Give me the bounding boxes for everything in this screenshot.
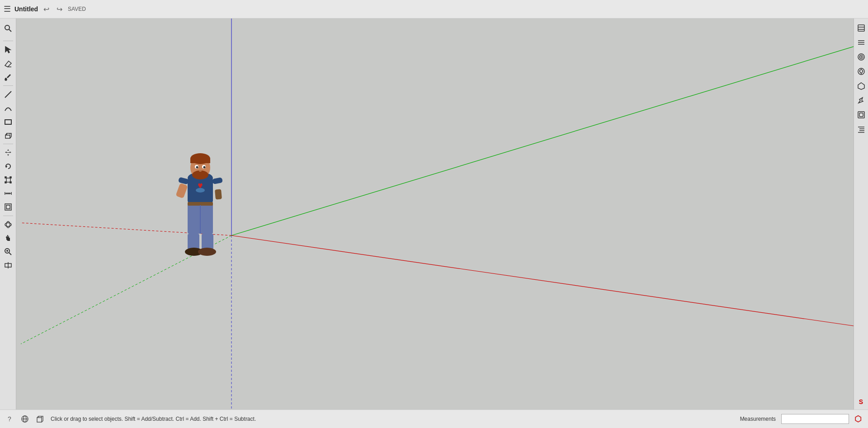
- right-toolbar: S: [854, 19, 868, 409]
- svg-marker-2: [5, 47, 10, 53]
- svg-rect-41: [190, 159, 210, 163]
- svg-rect-48: [178, 177, 189, 184]
- svg-rect-50: [212, 177, 223, 184]
- components-button[interactable]: [855, 66, 867, 77]
- svg-rect-51: [215, 189, 222, 199]
- line-tool-button[interactable]: [2, 88, 14, 101]
- svg-point-46: [203, 166, 206, 169]
- svg-line-33: [231, 235, 854, 326]
- svg-line-24: [9, 253, 11, 255]
- svg-rect-49: [175, 183, 188, 198]
- viewport[interactable]: [16, 19, 854, 409]
- pan-tool-button[interactable]: [2, 232, 14, 245]
- zoom-tool-button[interactable]: [2, 245, 14, 258]
- rectangle-tool-button[interactable]: [2, 115, 14, 128]
- paint-bucket-tool-button[interactable]: [2, 71, 14, 83]
- redo-button[interactable]: ↪: [55, 4, 64, 14]
- svg-line-4: [5, 91, 11, 98]
- orbit-tool-button[interactable]: [2, 218, 14, 231]
- svg-rect-6: [5, 135, 10, 138]
- svg-rect-53: [188, 202, 213, 206]
- axes-canvas: [16, 19, 854, 409]
- svg-point-21: [5, 223, 11, 226]
- hamburger-menu-icon[interactable]: ☰: [4, 4, 11, 14]
- sketchup-logo-button[interactable]: S: [855, 396, 867, 408]
- svg-rect-11: [5, 182, 6, 183]
- svg-rect-10: [10, 177, 11, 178]
- scale-tool-button[interactable]: [2, 174, 14, 186]
- tape-measure-tool-button[interactable]: [2, 187, 14, 200]
- arc-tool-button[interactable]: [2, 102, 14, 114]
- entity-info-button[interactable]: [855, 94, 867, 106]
- scenes-button[interactable]: [855, 109, 867, 121]
- svg-rect-9: [5, 177, 6, 178]
- push-pull-tool-button[interactable]: [2, 129, 14, 141]
- svg-rect-55: [188, 234, 199, 249]
- svg-rect-5: [5, 120, 11, 124]
- titlebar: ☰ Untitled ↩ ↪ SAVED: [0, 0, 868, 19]
- statusbar: ? Click or drag to select objects. Shift…: [0, 409, 868, 428]
- measurements-input[interactable]: [781, 414, 849, 424]
- svg-rect-70: [858, 112, 864, 118]
- saved-badge: SAVED: [68, 6, 86, 12]
- styles-button[interactable]: [855, 51, 867, 63]
- sketchup-brand-icon: ⬡: [854, 414, 863, 424]
- toolbar-divider-4: [3, 216, 13, 216]
- geo-location-icon[interactable]: [20, 414, 30, 424]
- svg-point-37: [196, 188, 205, 193]
- svg-rect-79: [37, 418, 42, 422]
- svg-rect-20: [6, 205, 10, 209]
- svg-point-67: [861, 56, 862, 57]
- toolbar-divider-3: [3, 144, 13, 144]
- svg-rect-59: [858, 25, 864, 31]
- outliner-button[interactable]: [855, 123, 867, 135]
- move-tool-button[interactable]: [2, 146, 14, 159]
- svg-point-22: [6, 221, 10, 228]
- svg-point-47: [199, 170, 202, 172]
- svg-point-0: [5, 25, 9, 30]
- document-title: Untitled: [14, 5, 38, 13]
- eraser-tool-button[interactable]: [2, 57, 14, 70]
- undo-button[interactable]: ↩: [42, 4, 51, 14]
- human-figure: [175, 135, 226, 262]
- svg-point-58: [198, 248, 216, 256]
- default-tray-button[interactable]: [855, 22, 867, 34]
- svg-marker-69: [858, 83, 864, 89]
- svg-line-1: [9, 29, 11, 32]
- svg-point-45: [196, 166, 198, 169]
- rotate-tool-button[interactable]: [2, 160, 14, 173]
- svg-marker-7: [5, 149, 11, 156]
- left-toolbar: [0, 19, 16, 409]
- select-tool-button[interactable]: [2, 43, 14, 56]
- help-icon[interactable]: ?: [5, 414, 14, 424]
- svg-rect-12: [10, 182, 11, 183]
- svg-rect-71: [859, 113, 863, 117]
- search-tool-button[interactable]: [2, 22, 14, 35]
- measurements-label: Measurements: [740, 416, 776, 422]
- materials-button[interactable]: [855, 80, 867, 92]
- section-plane-tool-button[interactable]: [2, 259, 14, 272]
- svg-rect-56: [202, 234, 213, 249]
- status-text: Click or drag to select objects. Shift =…: [51, 416, 735, 422]
- offset-tool-button[interactable]: [2, 201, 14, 213]
- layers-button[interactable]: [855, 37, 867, 48]
- svg-rect-19: [5, 204, 11, 210]
- toolbar-divider-1: [3, 41, 13, 41]
- toolbar-divider-2: [3, 85, 13, 86]
- model-info-icon[interactable]: [35, 414, 45, 424]
- svg-line-31: [231, 47, 854, 235]
